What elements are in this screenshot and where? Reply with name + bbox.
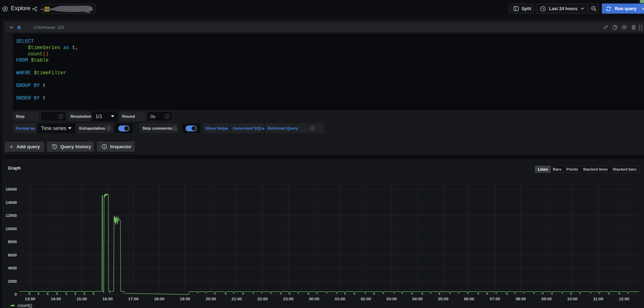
svg-text:01:00: 01:00 [335, 297, 345, 301]
svg-text:16000: 16000 [6, 187, 17, 191]
svg-text:07:00: 07:00 [490, 297, 500, 301]
svg-text:2000: 2000 [8, 279, 17, 283]
svg-text:10:00: 10:00 [567, 297, 577, 301]
svg-text:19:00: 19:00 [180, 297, 190, 301]
svg-text:02:00: 02:00 [361, 297, 371, 301]
svg-text:8000: 8000 [8, 240, 17, 244]
svg-text:09:00: 09:00 [541, 297, 551, 301]
svg-text:03:00: 03:00 [387, 297, 397, 301]
svg-text:12:00: 12:00 [619, 297, 629, 301]
svg-text:20:00: 20:00 [206, 297, 216, 301]
svg-text:14:00: 14:00 [51, 297, 61, 301]
svg-text:04:00: 04:00 [412, 297, 422, 301]
svg-text:16:00: 16:00 [102, 297, 113, 301]
svg-text:18:00: 18:00 [154, 297, 164, 301]
svg-text:08:00: 08:00 [516, 297, 526, 301]
svg-text:00:00: 00:00 [309, 297, 319, 301]
svg-text:05:00: 05:00 [438, 297, 448, 301]
svg-text:17:00: 17:00 [128, 297, 139, 301]
svg-text:4000: 4000 [8, 266, 17, 270]
svg-text:0: 0 [15, 292, 17, 296]
svg-text:23:00: 23:00 [283, 297, 293, 301]
svg-text:06:00: 06:00 [464, 297, 474, 301]
svg-text:10000: 10000 [6, 227, 17, 231]
svg-text:13:00: 13:00 [25, 297, 35, 301]
svg-text:15:00: 15:00 [76, 297, 87, 301]
svg-text:6000: 6000 [8, 253, 17, 257]
svg-text:14000: 14000 [6, 200, 17, 205]
svg-text:21:00: 21:00 [232, 297, 242, 301]
svg-text:12000: 12000 [6, 213, 17, 218]
svg-text:22:00: 22:00 [257, 297, 268, 301]
svg-text:11:00: 11:00 [593, 297, 603, 301]
